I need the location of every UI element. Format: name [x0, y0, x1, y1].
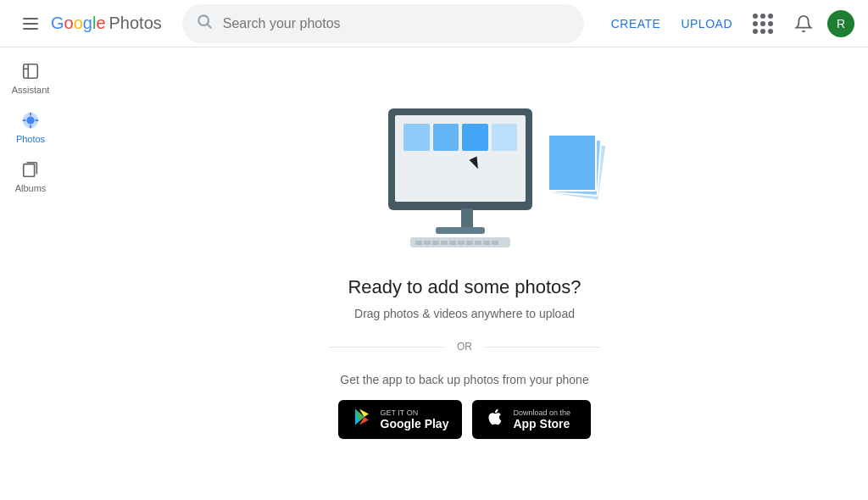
- play-store-icon: [352, 407, 372, 432]
- app-buttons-row: GET IT ON Google Play Download on the Ap…: [338, 400, 592, 439]
- avatar[interactable]: R: [827, 10, 854, 37]
- svg-rect-2: [24, 64, 38, 79]
- app-promo-text: Get the app to back up photos from your …: [340, 373, 588, 386]
- app-store-button[interactable]: Download on the App Store: [472, 400, 591, 439]
- header-actions: CREATE UPLOAD R: [604, 7, 854, 41]
- search-icon: [196, 13, 213, 34]
- sidebar-item-albums[interactable]: Albums: [2, 153, 59, 198]
- albums-label: Albums: [15, 183, 47, 193]
- app-store-small: Download on the: [513, 408, 570, 417]
- hamburger-button[interactable]: [14, 7, 47, 41]
- divider-right: [486, 347, 600, 347]
- sidebar-item-photos[interactable]: Photos: [2, 103, 59, 149]
- logo-photos-text: Photos: [109, 14, 162, 33]
- app-store-text: Download on the App Store: [513, 408, 570, 431]
- upload-button[interactable]: UPLOAD: [674, 10, 739, 37]
- logo[interactable]: Google Photos: [51, 14, 162, 33]
- play-store-text: GET IT ON Google Play: [381, 408, 449, 431]
- notifications-button[interactable]: [787, 7, 821, 41]
- photos-icon: [21, 108, 40, 132]
- divider-text: OR: [457, 341, 472, 353]
- sidebar-item-assistant[interactable]: Assistant: [2, 54, 59, 100]
- header: Google Photos CREATE UPLOAD R: [0, 0, 868, 47]
- app-store-large: App Store: [513, 417, 570, 431]
- apps-grid-button[interactable]: [746, 7, 780, 41]
- main-subtitle: Drag photos & videos anywhere to upload: [354, 307, 575, 320]
- main-content: Ready to add some photos? Drag photos & …: [61, 47, 868, 500]
- search-input[interactable]: [223, 16, 570, 31]
- apple-icon: [486, 408, 504, 431]
- play-store-small: GET IT ON: [381, 408, 449, 417]
- sidebar: Assistant Photos Albums: [0, 47, 61, 500]
- divider-row: OR: [329, 341, 600, 353]
- google-play-button[interactable]: GET IT ON Google Play: [338, 400, 463, 439]
- albums-icon: [21, 158, 40, 181]
- logo-google: Google: [51, 14, 106, 33]
- grid-icon: [753, 14, 773, 34]
- search-bar: [182, 4, 584, 43]
- illustration: [380, 108, 549, 253]
- svg-point-0: [198, 15, 209, 25]
- svg-line-1: [208, 25, 212, 29]
- assistant-label: Assistant: [12, 85, 50, 95]
- body: Assistant Photos Albums: [0, 47, 868, 500]
- play-store-large: Google Play: [381, 417, 449, 431]
- hamburger-icon: [23, 18, 38, 30]
- divider-left: [329, 347, 443, 347]
- svg-rect-5: [24, 164, 35, 177]
- create-button[interactable]: CREATE: [604, 10, 668, 37]
- assistant-icon: [21, 59, 40, 83]
- photos-label: Photos: [16, 134, 45, 144]
- main-title: Ready to add some photos?: [348, 276, 581, 298]
